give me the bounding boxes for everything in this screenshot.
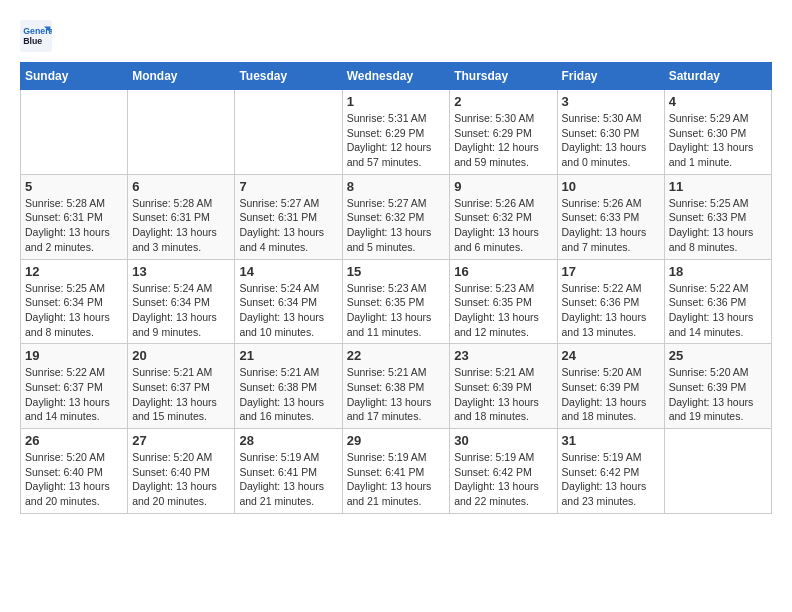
calendar-week-row: 12Sunrise: 5:25 AM Sunset: 6:34 PM Dayli…: [21, 259, 772, 344]
day-info: Sunrise: 5:27 AM Sunset: 6:31 PM Dayligh…: [239, 196, 337, 255]
day-number: 8: [347, 179, 446, 194]
calendar-day-cell: 31Sunrise: 5:19 AM Sunset: 6:42 PM Dayli…: [557, 429, 664, 514]
day-number: 22: [347, 348, 446, 363]
day-number: 12: [25, 264, 123, 279]
calendar-week-row: 1Sunrise: 5:31 AM Sunset: 6:29 PM Daylig…: [21, 90, 772, 175]
day-number: 13: [132, 264, 230, 279]
day-info: Sunrise: 5:24 AM Sunset: 6:34 PM Dayligh…: [239, 281, 337, 340]
calendar-day-cell: [235, 90, 342, 175]
calendar-day-cell: [21, 90, 128, 175]
day-number: 1: [347, 94, 446, 109]
day-info: Sunrise: 5:30 AM Sunset: 6:29 PM Dayligh…: [454, 111, 552, 170]
calendar-day-cell: 18Sunrise: 5:22 AM Sunset: 6:36 PM Dayli…: [664, 259, 771, 344]
calendar-header-row: SundayMondayTuesdayWednesdayThursdayFrid…: [21, 63, 772, 90]
calendar-week-row: 5Sunrise: 5:28 AM Sunset: 6:31 PM Daylig…: [21, 174, 772, 259]
day-info: Sunrise: 5:27 AM Sunset: 6:32 PM Dayligh…: [347, 196, 446, 255]
day-of-week-header: Saturday: [664, 63, 771, 90]
day-of-week-header: Friday: [557, 63, 664, 90]
calendar-day-cell: 29Sunrise: 5:19 AM Sunset: 6:41 PM Dayli…: [342, 429, 450, 514]
day-number: 17: [562, 264, 660, 279]
day-number: 9: [454, 179, 552, 194]
day-of-week-header: Sunday: [21, 63, 128, 90]
day-info: Sunrise: 5:23 AM Sunset: 6:35 PM Dayligh…: [347, 281, 446, 340]
calendar-day-cell: 2Sunrise: 5:30 AM Sunset: 6:29 PM Daylig…: [450, 90, 557, 175]
calendar-day-cell: 30Sunrise: 5:19 AM Sunset: 6:42 PM Dayli…: [450, 429, 557, 514]
day-number: 28: [239, 433, 337, 448]
calendar-day-cell: 6Sunrise: 5:28 AM Sunset: 6:31 PM Daylig…: [128, 174, 235, 259]
day-info: Sunrise: 5:20 AM Sunset: 6:40 PM Dayligh…: [132, 450, 230, 509]
calendar-day-cell: 14Sunrise: 5:24 AM Sunset: 6:34 PM Dayli…: [235, 259, 342, 344]
calendar: SundayMondayTuesdayWednesdayThursdayFrid…: [20, 62, 772, 514]
day-number: 21: [239, 348, 337, 363]
calendar-day-cell: 22Sunrise: 5:21 AM Sunset: 6:38 PM Dayli…: [342, 344, 450, 429]
calendar-day-cell: [664, 429, 771, 514]
day-info: Sunrise: 5:25 AM Sunset: 6:34 PM Dayligh…: [25, 281, 123, 340]
day-info: Sunrise: 5:19 AM Sunset: 6:41 PM Dayligh…: [239, 450, 337, 509]
day-info: Sunrise: 5:22 AM Sunset: 6:37 PM Dayligh…: [25, 365, 123, 424]
calendar-day-cell: 5Sunrise: 5:28 AM Sunset: 6:31 PM Daylig…: [21, 174, 128, 259]
day-of-week-header: Wednesday: [342, 63, 450, 90]
day-info: Sunrise: 5:28 AM Sunset: 6:31 PM Dayligh…: [25, 196, 123, 255]
calendar-day-cell: 8Sunrise: 5:27 AM Sunset: 6:32 PM Daylig…: [342, 174, 450, 259]
day-number: 31: [562, 433, 660, 448]
day-number: 26: [25, 433, 123, 448]
day-info: Sunrise: 5:20 AM Sunset: 6:39 PM Dayligh…: [562, 365, 660, 424]
calendar-day-cell: 7Sunrise: 5:27 AM Sunset: 6:31 PM Daylig…: [235, 174, 342, 259]
calendar-day-cell: 4Sunrise: 5:29 AM Sunset: 6:30 PM Daylig…: [664, 90, 771, 175]
calendar-day-cell: 16Sunrise: 5:23 AM Sunset: 6:35 PM Dayli…: [450, 259, 557, 344]
logo: General Blue: [20, 20, 54, 52]
day-info: Sunrise: 5:20 AM Sunset: 6:39 PM Dayligh…: [669, 365, 767, 424]
day-info: Sunrise: 5:30 AM Sunset: 6:30 PM Dayligh…: [562, 111, 660, 170]
day-info: Sunrise: 5:25 AM Sunset: 6:33 PM Dayligh…: [669, 196, 767, 255]
day-info: Sunrise: 5:31 AM Sunset: 6:29 PM Dayligh…: [347, 111, 446, 170]
day-number: 5: [25, 179, 123, 194]
day-info: Sunrise: 5:29 AM Sunset: 6:30 PM Dayligh…: [669, 111, 767, 170]
day-info: Sunrise: 5:19 AM Sunset: 6:41 PM Dayligh…: [347, 450, 446, 509]
calendar-day-cell: 11Sunrise: 5:25 AM Sunset: 6:33 PM Dayli…: [664, 174, 771, 259]
calendar-day-cell: 24Sunrise: 5:20 AM Sunset: 6:39 PM Dayli…: [557, 344, 664, 429]
calendar-day-cell: 27Sunrise: 5:20 AM Sunset: 6:40 PM Dayli…: [128, 429, 235, 514]
day-info: Sunrise: 5:21 AM Sunset: 6:38 PM Dayligh…: [347, 365, 446, 424]
day-number: 11: [669, 179, 767, 194]
day-number: 7: [239, 179, 337, 194]
day-number: 27: [132, 433, 230, 448]
calendar-day-cell: 25Sunrise: 5:20 AM Sunset: 6:39 PM Dayli…: [664, 344, 771, 429]
logo-icon: General Blue: [20, 20, 52, 52]
calendar-day-cell: 1Sunrise: 5:31 AM Sunset: 6:29 PM Daylig…: [342, 90, 450, 175]
calendar-day-cell: 20Sunrise: 5:21 AM Sunset: 6:37 PM Dayli…: [128, 344, 235, 429]
calendar-day-cell: [128, 90, 235, 175]
day-info: Sunrise: 5:23 AM Sunset: 6:35 PM Dayligh…: [454, 281, 552, 340]
day-info: Sunrise: 5:19 AM Sunset: 6:42 PM Dayligh…: [454, 450, 552, 509]
calendar-day-cell: 3Sunrise: 5:30 AM Sunset: 6:30 PM Daylig…: [557, 90, 664, 175]
calendar-day-cell: 12Sunrise: 5:25 AM Sunset: 6:34 PM Dayli…: [21, 259, 128, 344]
day-number: 4: [669, 94, 767, 109]
calendar-day-cell: 13Sunrise: 5:24 AM Sunset: 6:34 PM Dayli…: [128, 259, 235, 344]
calendar-week-row: 19Sunrise: 5:22 AM Sunset: 6:37 PM Dayli…: [21, 344, 772, 429]
day-info: Sunrise: 5:26 AM Sunset: 6:33 PM Dayligh…: [562, 196, 660, 255]
day-number: 2: [454, 94, 552, 109]
day-number: 14: [239, 264, 337, 279]
calendar-day-cell: 23Sunrise: 5:21 AM Sunset: 6:39 PM Dayli…: [450, 344, 557, 429]
day-number: 20: [132, 348, 230, 363]
day-number: 24: [562, 348, 660, 363]
calendar-day-cell: 9Sunrise: 5:26 AM Sunset: 6:32 PM Daylig…: [450, 174, 557, 259]
day-info: Sunrise: 5:21 AM Sunset: 6:37 PM Dayligh…: [132, 365, 230, 424]
day-info: Sunrise: 5:22 AM Sunset: 6:36 PM Dayligh…: [669, 281, 767, 340]
calendar-day-cell: 10Sunrise: 5:26 AM Sunset: 6:33 PM Dayli…: [557, 174, 664, 259]
svg-text:Blue: Blue: [23, 36, 42, 46]
day-number: 30: [454, 433, 552, 448]
day-number: 3: [562, 94, 660, 109]
day-info: Sunrise: 5:24 AM Sunset: 6:34 PM Dayligh…: [132, 281, 230, 340]
calendar-week-row: 26Sunrise: 5:20 AM Sunset: 6:40 PM Dayli…: [21, 429, 772, 514]
day-number: 18: [669, 264, 767, 279]
day-number: 15: [347, 264, 446, 279]
calendar-day-cell: 21Sunrise: 5:21 AM Sunset: 6:38 PM Dayli…: [235, 344, 342, 429]
day-number: 6: [132, 179, 230, 194]
calendar-day-cell: 15Sunrise: 5:23 AM Sunset: 6:35 PM Dayli…: [342, 259, 450, 344]
day-number: 19: [25, 348, 123, 363]
day-number: 23: [454, 348, 552, 363]
header: General Blue: [20, 20, 772, 52]
day-number: 25: [669, 348, 767, 363]
calendar-day-cell: 17Sunrise: 5:22 AM Sunset: 6:36 PM Dayli…: [557, 259, 664, 344]
day-of-week-header: Monday: [128, 63, 235, 90]
